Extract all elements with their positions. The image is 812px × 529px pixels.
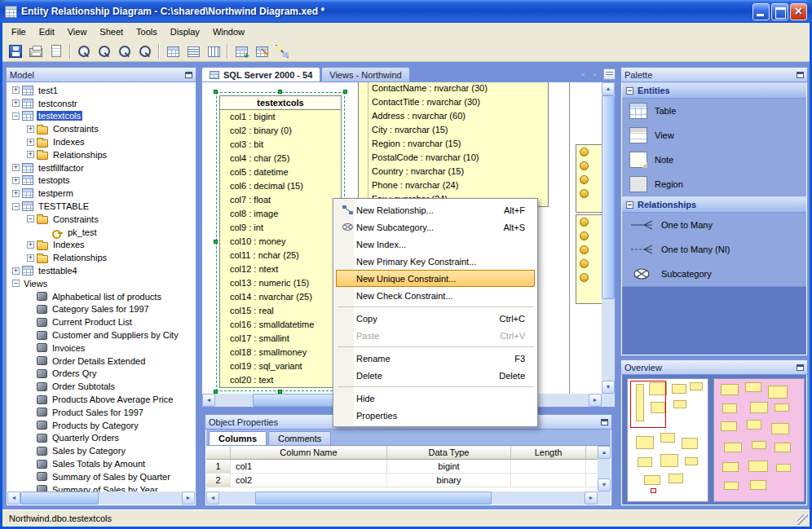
- document-tab[interactable]: Views - Northwind: [321, 67, 409, 82]
- model-tree-hscrollbar[interactable]: [7, 492, 195, 505]
- table-column-row[interactable]: col17 : smallint: [220, 332, 341, 346]
- grid-row[interactable]: 2 col2 binary: [206, 474, 611, 487]
- table-column-row[interactable]: col13 : numeric (15): [220, 276, 341, 290]
- scroll-right-button[interactable]: [182, 492, 195, 505]
- palette-item-table[interactable]: Table: [622, 99, 806, 123]
- tree-expander[interactable]: +: [27, 126, 34, 133]
- context-menu-item[interactable]: Properties: [336, 407, 535, 424]
- grid-header-length[interactable]: Length: [511, 446, 586, 460]
- table-column-row[interactable]: col4 : char (25): [220, 152, 341, 165]
- tree-item[interactable]: Products by Category: [7, 419, 195, 432]
- selection-handle[interactable]: [214, 90, 218, 94]
- table-column-row[interactable]: Country : nvarchar (15): [359, 165, 548, 179]
- tree-expander[interactable]: −: [12, 203, 20, 210]
- menu-bar-item[interactable]: Display: [164, 24, 206, 40]
- scroll-right-button[interactable]: [585, 492, 598, 505]
- table-column-row[interactable]: col1 : bigint: [220, 110, 341, 124]
- canvas-vscrollbar[interactable]: [602, 82, 615, 394]
- table-title[interactable]: testextcols: [220, 96, 341, 110]
- palette-item-region[interactable]: Region: [622, 172, 806, 196]
- tree-item[interactable]: + Indexes: [7, 239, 195, 252]
- tree-item[interactable]: Invoices: [7, 342, 195, 355]
- table-column-row[interactable]: col16 : smalldatetime: [220, 318, 341, 332]
- table-column-row[interactable]: col6 : decimal (15): [220, 179, 341, 193]
- collapse-icon[interactable]: [626, 87, 633, 95]
- palette-item-view[interactable]: View: [622, 123, 806, 148]
- tree-item[interactable]: Order Subtotals: [7, 380, 195, 393]
- scroll-thumb[interactable]: [255, 492, 492, 505]
- zoom-actual-button[interactable]: [115, 42, 135, 60]
- table-column-row[interactable]: col10 : money: [220, 235, 341, 249]
- table-column-row[interactable]: col3 : bit: [220, 138, 341, 152]
- tree-item[interactable]: Current Product List: [7, 315, 195, 328]
- palette-item-subcategory[interactable]: Subcategory: [622, 262, 806, 286]
- table-column-row[interactable]: Address : nvarchar (60): [359, 109, 548, 123]
- show-indexes-button[interactable]: [204, 42, 223, 60]
- minimize-button[interactable]: [752, 3, 770, 20]
- table-column-row[interactable]: col18 : smallmoney: [220, 346, 341, 359]
- tree-expander[interactable]: +: [12, 86, 20, 94]
- table-column-row[interactable]: col2 : binary (0): [220, 124, 341, 138]
- tree-item[interactable]: − testextcols: [7, 110, 195, 123]
- length-cell[interactable]: [511, 460, 586, 474]
- close-button[interactable]: [790, 3, 807, 20]
- table-column-row[interactable]: col14 : nvarchar (25): [220, 290, 341, 304]
- context-menu-item[interactable]: New Index...: [336, 236, 535, 253]
- context-menu-item[interactable]: Copy Ctrl+C: [336, 310, 535, 327]
- palette-item-one-to-many[interactable]: One to Many: [622, 213, 806, 237]
- table-column-row[interactable]: PostalCode : nvarchar (10): [359, 151, 548, 165]
- context-menu-item[interactable]: New Primary Key Constraint...: [336, 253, 535, 270]
- tree-item[interactable]: Product Sales for 1997: [7, 406, 195, 419]
- palette-item-note[interactable]: Note: [622, 148, 806, 172]
- table-column-row[interactable]: col8 : image: [220, 207, 341, 221]
- new-table-button[interactable]: [232, 42, 251, 60]
- table-column-row[interactable]: col7 : float: [220, 193, 341, 207]
- menu-bar-item[interactable]: File: [5, 24, 33, 40]
- scroll-thumb[interactable]: [20, 492, 99, 505]
- tree-item[interactable]: Customer and Suppliers by City: [7, 328, 195, 342]
- show-tables-button[interactable]: [163, 42, 183, 60]
- tree-item[interactable]: + testperm: [7, 187, 195, 200]
- entity-table-customers[interactable]: ContactName : nvarchar (30) ContactTitle…: [358, 82, 549, 207]
- float-panel-icon[interactable]: [797, 364, 804, 371]
- tree-expander[interactable]: +: [12, 177, 20, 184]
- table-column-row[interactable]: ContactTitle : nvarchar (30): [359, 95, 548, 109]
- context-menu-item[interactable]: New Subcategory... Alt+S: [336, 218, 535, 236]
- tree-item[interactable]: + testtable4: [7, 264, 195, 277]
- tree-item[interactable]: pk_test: [7, 226, 195, 239]
- print-button[interactable]: [26, 42, 46, 60]
- palette-section-relationships[interactable]: Relationships: [622, 196, 806, 213]
- table-column-row[interactable]: Phone : nvarchar (24): [359, 179, 548, 192]
- tree-expander[interactable]: −: [12, 280, 20, 287]
- tree-item[interactable]: + test1: [7, 84, 195, 97]
- overview-thumbnail-region[interactable]: [713, 378, 805, 502]
- tree-item[interactable]: + Constraints: [7, 122, 195, 135]
- tree-item[interactable]: − TESTTABLE: [7, 200, 195, 213]
- diagram-options-button[interactable]: [272, 42, 292, 60]
- tree-expander[interactable]: +: [27, 139, 34, 146]
- relationship-line[interactable]: [569, 82, 570, 394]
- tab-list-icon[interactable]: [603, 68, 616, 80]
- tree-item[interactable]: Alphabetical list of products: [7, 290, 195, 303]
- grid-row[interactable]: 1 col1 bigint: [206, 460, 611, 474]
- entity-table-testextcols[interactable]: testextcols col1 : bigint col2 : binary …: [219, 95, 342, 388]
- column-name-cell[interactable]: col1: [231, 460, 387, 474]
- float-panel-icon[interactable]: [185, 72, 192, 78]
- context-menu-item[interactable]: New Relationship... Alt+F: [336, 201, 535, 218]
- context-menu-item[interactable]: New Check Constraint...: [336, 287, 535, 304]
- palette-item-one-to-many-ni[interactable]: One to Many (NI): [622, 237, 806, 262]
- scroll-down-button[interactable]: [602, 381, 615, 394]
- overview-viewport-rect[interactable]: [630, 381, 666, 428]
- properties-tab[interactable]: Columns: [209, 431, 267, 445]
- float-panel-icon[interactable]: [797, 72, 804, 78]
- data-type-cell[interactable]: bigint: [387, 460, 511, 474]
- page-setup-button[interactable]: [46, 42, 66, 60]
- scroll-left-button[interactable]: [202, 394, 215, 407]
- entity-table-partial[interactable]: [576, 144, 602, 213]
- data-type-cell[interactable]: binary: [387, 474, 511, 487]
- table-column-row[interactable]: col20 : text: [220, 373, 341, 387]
- tree-expander[interactable]: +: [12, 164, 20, 171]
- tree-item[interactable]: Orders Qry: [7, 368, 195, 381]
- selection-handle[interactable]: [343, 90, 347, 94]
- model-panel-header[interactable]: Model: [7, 68, 196, 82]
